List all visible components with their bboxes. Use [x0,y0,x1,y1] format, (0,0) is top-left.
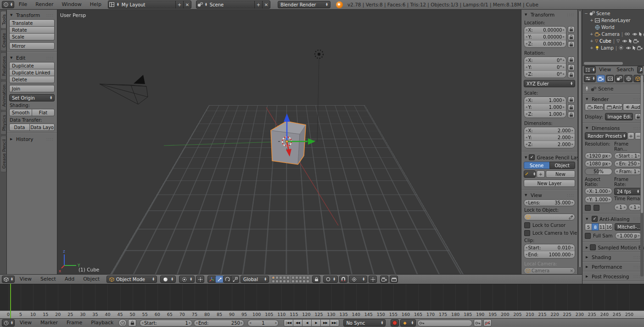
panel-grip-icon[interactable]: :::: [633,275,641,279]
delete-scene-button[interactable]: ✕ [262,1,270,8]
panel-header-view[interactable]: ▼ View :::: [524,191,575,199]
increment-arrow[interactable]: ▸ [563,35,565,39]
shade-smooth-button[interactable]: Smooth [9,109,32,116]
rotation-field-0[interactable]: ◂X:0°▸ [524,57,566,64]
tab-physics[interactable]: Physics [1,111,6,135]
menu-playback[interactable]: Playback [87,319,117,327]
aa-filter-dropdown[interactable]: Mitchell-... ▲▼ [615,223,642,231]
menu-help[interactable]: Help [86,0,105,9]
jump-to-end-button[interactable]: ▶▶| [330,319,339,327]
delete-button[interactable]: Delete [9,76,55,83]
shade-flat-button[interactable]: Flat [32,109,55,116]
decrement-arrow[interactable]: ◂ [526,136,527,139]
panel-header-motion-blur[interactable]: ▶ Sampled Motion Blur [585,242,642,252]
expand-icon[interactable]: + [590,32,594,36]
add-preset-button[interactable]: + [627,132,634,140]
jump-to-start-button[interactable]: |◀◀ [284,319,293,327]
scrollbar-thumb[interactable] [641,75,643,213]
next-keyframe-button[interactable]: ▶▶ [320,319,330,327]
layer-toggle[interactable] [291,276,295,279]
proportional-edit-dropdown[interactable]: ▲▼ [323,276,338,283]
increment-arrow[interactable]: ▸ [275,321,277,325]
anti-aliasing-checkbox[interactable]: ✓ [592,216,598,222]
menu-search[interactable]: Search [614,66,636,73]
mirror-button[interactable]: Mirror [9,42,55,50]
remap-new-field[interactable]: ◂1▸ [628,204,642,211]
lock-camera-row[interactable]: Lock Camera to View [524,230,575,236]
lock-to-cursor-row[interactable]: Lock to Cursor [524,222,575,228]
panel-grip-icon[interactable]: :::: [46,56,54,60]
decrement-arrow[interactable]: ◂ [526,73,527,76]
increment-arrow[interactable]: ▸ [638,206,640,209]
increment-arrow[interactable]: ▸ [571,143,573,146]
lock-button[interactable] [568,96,575,103]
scrollbar-thumb[interactable] [579,11,581,268]
lock-button[interactable] [568,41,575,48]
previous-keyframe-button[interactable]: ◀◀ [293,319,302,327]
layer-toggle[interactable] [272,280,275,283]
aspect-x-field[interactable]: ◂X:1.000▸ [585,188,612,195]
viewport-3d[interactable]: z Y x User Persp (1) Cube [57,10,521,274]
render-engine-select[interactable]: Blender Render ▲▼ [278,1,330,8]
pivot-dropdown[interactable]: ▲▼ [179,276,195,283]
layer-toggle[interactable] [275,276,279,279]
tab-tools[interactable]: Tools [1,11,6,28]
panel-grip-icon[interactable]: :::: [46,13,54,17]
layer-toggle[interactable] [286,276,290,279]
increment-arrow[interactable]: ▸ [571,246,573,249]
add-layout-button[interactable]: + [175,1,183,8]
outliner-row-scene[interactable]: − Scene [584,10,644,17]
decrement-arrow[interactable]: ◂ [526,28,527,32]
timeline-ruler[interactable]: 0510152025303540455055606570758085909510… [0,310,644,319]
panel-header-history[interactable]: ▶ History :::: [9,135,55,143]
selectability-toggle-icon[interactable] [632,45,636,51]
increment-arrow[interactable]: ▸ [563,73,565,76]
snap-toggle[interactable] [339,276,347,283]
add-icon-button[interactable]: + [537,170,545,178]
resolution-x-field[interactable]: ◂1920 px▸ [585,152,612,159]
layer-toggle[interactable] [272,276,275,279]
aa-samples-5[interactable]: 5 [585,223,592,231]
frame-end-field[interactable]: ◂ End: 250 ▸ [194,320,244,327]
panel-grip-icon[interactable]: :::: [46,137,54,141]
increment-arrow[interactable]: ▸ [563,59,565,62]
clip-field-0[interactable]: ◂Start:0.010▸ [524,244,575,251]
scale-field-0[interactable]: ◂X:1.000▸ [524,97,566,104]
decrement-arrow[interactable]: ◂ [526,35,527,39]
menu-add[interactable]: Add [61,275,78,284]
animation-button[interactable]: Anima [604,103,623,111]
screen-layout-selector[interactable]: ▲▼ My Layout + ✕ [108,0,191,9]
location-field-2[interactable]: ◂Z:0.00000▸ [524,40,566,47]
join-button[interactable]: Join [9,85,55,92]
eyedropper-icon[interactable] [569,215,573,220]
layer-toggle[interactable] [306,280,309,283]
fps-dropdown[interactable]: 24 fps▲▼ [614,188,642,195]
increment-arrow[interactable]: ▸ [189,321,191,325]
crop-checkbox[interactable] [594,205,599,211]
panel-header-post-processing[interactable]: ▶ Post Processing :::: [585,272,642,281]
editor-type-timeline-button[interactable]: ▲▼ [2,319,15,327]
clip-field-1[interactable]: ◂End:1000.000▸ [524,251,575,258]
menu-file[interactable]: File [15,0,31,9]
panel-header-performance[interactable]: ▶ Performance :::: [585,262,642,271]
increment-arrow[interactable]: ▸ [563,42,565,45]
menu-render[interactable]: Render [32,0,57,9]
layer-toggle[interactable] [302,276,306,279]
renderability-toggle-icon[interactable] [637,46,643,50]
frame-end-field[interactable]: ◂En: 250▸ [614,160,642,167]
panel-grip-icon[interactable]: :::: [567,193,574,197]
preview-range-clock-button[interactable] [118,319,127,327]
outliner-row-world[interactable]: World [590,24,644,30]
increment-arrow[interactable]: ▸ [624,206,626,209]
lock-to-object-field[interactable] [524,214,575,220]
lock-camera-checkbox[interactable] [524,230,530,236]
audio-button[interactable]: Audio [623,103,642,111]
decrement-arrow[interactable]: ◂ [526,106,527,109]
lock-button[interactable] [568,56,575,63]
rotation-mode-dropdown[interactable]: XYZ Euler ▲▼ [524,80,575,87]
grease-object-tab[interactable]: Object [549,162,576,169]
decrement-arrow[interactable]: ◂ [526,59,527,62]
pixel-size-field[interactable]: ◂1.000 p▸ [615,232,642,239]
tab-grease-pencil[interactable]: Grease Pencil [1,135,6,172]
tab-world[interactable] [624,75,633,82]
